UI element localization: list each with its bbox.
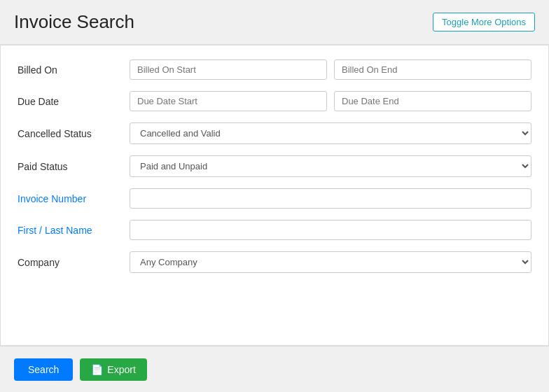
footer: Search 📄 Export xyxy=(0,346,549,392)
search-button[interactable]: Search xyxy=(14,358,73,381)
invoice-number-label: Invoice Number xyxy=(18,193,130,204)
paid-status-row: Paid Status Paid and Unpaid Paid Only Un… xyxy=(18,155,531,177)
first-last-name-inputs xyxy=(130,220,531,240)
page-wrapper: Invoice Search Toggle More Options Bille… xyxy=(0,0,549,392)
due-date-end-input[interactable] xyxy=(334,91,531,111)
header: Invoice Search Toggle More Options xyxy=(0,0,549,45)
paid-status-select[interactable]: Paid and Unpaid Paid Only Unpaid Only xyxy=(130,155,531,177)
billed-on-row: Billed On xyxy=(18,59,531,80)
page-title: Invoice Search xyxy=(14,11,134,33)
billed-on-end-input[interactable] xyxy=(334,59,531,80)
cancelled-status-select[interactable]: Cancelled and Valid Cancelled Only Valid… xyxy=(130,122,531,144)
due-date-start-input[interactable] xyxy=(130,91,327,111)
export-button[interactable]: 📄 Export xyxy=(80,358,146,381)
due-date-label: Due Date xyxy=(18,96,130,107)
invoice-number-input[interactable] xyxy=(130,188,531,209)
cancelled-status-row: Cancelled Status Cancelled and Valid Can… xyxy=(18,122,531,144)
invoice-number-inputs xyxy=(130,188,531,209)
first-last-name-input[interactable] xyxy=(130,220,531,240)
due-date-row: Due Date xyxy=(18,91,531,111)
company-inputs: Any Company xyxy=(130,251,531,273)
first-last-name-row: First / Last Name xyxy=(18,220,531,240)
export-label: Export xyxy=(107,364,135,375)
main-content: Billed On Due Date Cancelled Status Canc… xyxy=(0,45,549,346)
paid-status-inputs: Paid and Unpaid Paid Only Unpaid Only xyxy=(130,155,531,177)
first-last-name-label: First / Last Name xyxy=(18,225,130,236)
toggle-more-options-button[interactable]: Toggle More Options xyxy=(433,13,535,31)
cancelled-status-label: Cancelled Status xyxy=(18,128,130,139)
billed-on-inputs xyxy=(130,59,531,80)
company-row: Company Any Company xyxy=(18,251,531,273)
company-select[interactable]: Any Company xyxy=(130,251,531,273)
billed-on-start-input[interactable] xyxy=(130,59,327,80)
paid-status-label: Paid Status xyxy=(18,161,130,172)
export-icon: 📄 xyxy=(91,364,103,375)
billed-on-label: Billed On xyxy=(18,64,130,76)
invoice-number-row: Invoice Number xyxy=(18,188,531,209)
cancelled-status-inputs: Cancelled and Valid Cancelled Only Valid… xyxy=(130,122,531,144)
due-date-inputs xyxy=(130,91,531,111)
company-label: Company xyxy=(18,257,130,268)
